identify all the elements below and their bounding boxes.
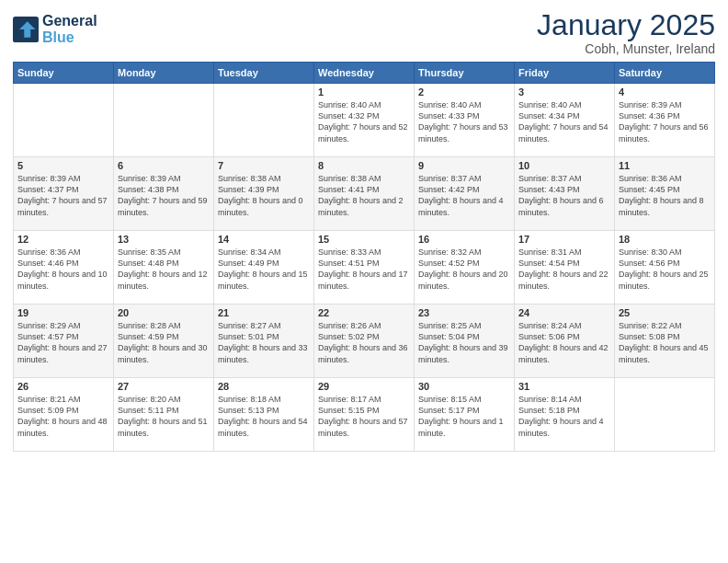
day-number: 10: [518, 160, 610, 171]
day-number: 11: [619, 160, 711, 171]
day-number: 3: [518, 86, 610, 98]
day-number: 28: [218, 381, 310, 392]
calendar-cell: [14, 84, 114, 157]
calendar-cell: 12Sunrise: 8:36 AM Sunset: 4:46 PM Dayli…: [14, 231, 114, 304]
calendar-cell: 24Sunrise: 8:24 AM Sunset: 5:06 PM Dayli…: [515, 304, 615, 378]
day-number: 4: [619, 86, 711, 98]
day-number: 19: [17, 307, 109, 318]
cell-content: Sunrise: 8:37 AM Sunset: 4:42 PM Dayligh…: [418, 173, 510, 218]
day-number: 13: [118, 234, 210, 245]
week-row-4: 19Sunrise: 8:29 AM Sunset: 4:57 PM Dayli…: [14, 304, 715, 378]
day-number: 23: [418, 307, 510, 318]
calendar-cell: 22Sunrise: 8:26 AM Sunset: 5:02 PM Dayli…: [314, 304, 415, 378]
day-number: 7: [218, 160, 310, 171]
weekday-header-saturday: Saturday: [615, 63, 715, 84]
calendar-cell: 21Sunrise: 8:27 AM Sunset: 5:01 PM Dayli…: [214, 304, 314, 378]
day-number: 2: [418, 86, 510, 98]
cell-content: Sunrise: 8:38 AM Sunset: 4:41 PM Dayligh…: [318, 173, 410, 218]
cell-content: Sunrise: 8:25 AM Sunset: 5:04 PM Dayligh…: [418, 320, 510, 365]
cell-content: Sunrise: 8:30 AM Sunset: 4:56 PM Dayligh…: [619, 247, 711, 292]
cell-content: Sunrise: 8:39 AM Sunset: 4:37 PM Dayligh…: [17, 173, 109, 218]
calendar-cell: 11Sunrise: 8:36 AM Sunset: 4:45 PM Dayli…: [615, 157, 715, 231]
cell-content: Sunrise: 8:32 AM Sunset: 4:52 PM Dayligh…: [418, 247, 510, 292]
calendar-cell: 6Sunrise: 8:39 AM Sunset: 4:38 PM Daylig…: [114, 157, 214, 231]
main-container: General Blue January 2025 Cobh, Munster,…: [0, 0, 728, 459]
calendar-cell: 28Sunrise: 8:18 AM Sunset: 5:13 PM Dayli…: [214, 378, 314, 452]
week-row-1: 1Sunrise: 8:40 AM Sunset: 4:32 PM Daylig…: [14, 84, 715, 157]
logo: General Blue: [13, 13, 97, 45]
day-number: 18: [619, 234, 711, 245]
calendar-cell: 4Sunrise: 8:39 AM Sunset: 4:36 PM Daylig…: [615, 84, 715, 157]
calendar-cell: 5Sunrise: 8:39 AM Sunset: 4:37 PM Daylig…: [14, 157, 114, 231]
calendar-cell: 7Sunrise: 8:38 AM Sunset: 4:39 PM Daylig…: [214, 157, 314, 231]
cell-content: Sunrise: 8:40 AM Sunset: 4:32 PM Dayligh…: [318, 99, 410, 144]
day-number: 26: [17, 381, 109, 392]
day-number: 8: [318, 160, 410, 171]
cell-content: Sunrise: 8:20 AM Sunset: 5:11 PM Dayligh…: [118, 394, 210, 439]
calendar-cell: 19Sunrise: 8:29 AM Sunset: 4:57 PM Dayli…: [14, 304, 114, 378]
day-number: 1: [318, 86, 410, 98]
calendar-cell: 9Sunrise: 8:37 AM Sunset: 4:42 PM Daylig…: [415, 157, 515, 231]
weekday-header-tuesday: Tuesday: [214, 63, 314, 84]
cell-content: Sunrise: 8:35 AM Sunset: 4:48 PM Dayligh…: [118, 247, 210, 292]
cell-content: Sunrise: 8:29 AM Sunset: 4:57 PM Dayligh…: [17, 320, 109, 365]
header: General Blue January 2025 Cobh, Munster,…: [13, 9, 715, 56]
weekday-header-monday: Monday: [114, 63, 214, 84]
calendar-cell: 25Sunrise: 8:22 AM Sunset: 5:08 PM Dayli…: [615, 304, 715, 378]
cell-content: Sunrise: 8:22 AM Sunset: 5:08 PM Dayligh…: [619, 320, 711, 365]
calendar-cell: 15Sunrise: 8:33 AM Sunset: 4:51 PM Dayli…: [314, 231, 415, 304]
weekday-header-wednesday: Wednesday: [314, 63, 415, 84]
cell-content: Sunrise: 8:14 AM Sunset: 5:18 PM Dayligh…: [518, 394, 610, 439]
cell-content: Sunrise: 8:18 AM Sunset: 5:13 PM Dayligh…: [218, 394, 310, 439]
day-number: 21: [218, 307, 310, 318]
cell-content: Sunrise: 8:40 AM Sunset: 4:34 PM Dayligh…: [518, 99, 610, 144]
day-number: 31: [518, 381, 610, 392]
calendar-cell: 26Sunrise: 8:21 AM Sunset: 5:09 PM Dayli…: [14, 378, 114, 452]
logo-icon: [13, 17, 39, 42]
cell-content: Sunrise: 8:15 AM Sunset: 5:17 PM Dayligh…: [418, 394, 510, 439]
day-number: 12: [17, 234, 109, 245]
calendar-table: SundayMondayTuesdayWednesdayThursdayFrid…: [13, 62, 715, 452]
weekday-header-sunday: Sunday: [14, 63, 114, 84]
day-number: 5: [17, 160, 109, 171]
calendar-cell: 29Sunrise: 8:17 AM Sunset: 5:15 PM Dayli…: [314, 378, 415, 452]
calendar-cell: 1Sunrise: 8:40 AM Sunset: 4:32 PM Daylig…: [314, 84, 415, 157]
cell-content: Sunrise: 8:17 AM Sunset: 5:15 PM Dayligh…: [318, 394, 410, 439]
day-number: 27: [118, 381, 210, 392]
day-number: 22: [318, 307, 410, 318]
cell-content: Sunrise: 8:24 AM Sunset: 5:06 PM Dayligh…: [518, 320, 610, 365]
cell-content: Sunrise: 8:36 AM Sunset: 4:45 PM Dayligh…: [619, 173, 711, 218]
week-row-3: 12Sunrise: 8:36 AM Sunset: 4:46 PM Dayli…: [14, 231, 715, 304]
calendar-cell: 10Sunrise: 8:37 AM Sunset: 4:43 PM Dayli…: [515, 157, 615, 231]
calendar-cell: 17Sunrise: 8:31 AM Sunset: 4:54 PM Dayli…: [515, 231, 615, 304]
week-row-5: 26Sunrise: 8:21 AM Sunset: 5:09 PM Dayli…: [14, 378, 715, 452]
calendar-cell: 31Sunrise: 8:14 AM Sunset: 5:18 PM Dayli…: [515, 378, 615, 452]
title-block: January 2025 Cobh, Munster, Ireland: [537, 9, 715, 56]
calendar-cell: [615, 378, 715, 452]
calendar-cell: 27Sunrise: 8:20 AM Sunset: 5:11 PM Dayli…: [114, 378, 214, 452]
calendar-cell: 14Sunrise: 8:34 AM Sunset: 4:49 PM Dayli…: [214, 231, 314, 304]
week-row-2: 5Sunrise: 8:39 AM Sunset: 4:37 PM Daylig…: [14, 157, 715, 231]
day-number: 17: [518, 234, 610, 245]
cell-content: Sunrise: 8:37 AM Sunset: 4:43 PM Dayligh…: [518, 173, 610, 218]
location: Cobh, Munster, Ireland: [537, 41, 715, 56]
cell-content: Sunrise: 8:28 AM Sunset: 4:59 PM Dayligh…: [118, 320, 210, 365]
calendar-cell: [114, 84, 214, 157]
cell-content: Sunrise: 8:39 AM Sunset: 4:36 PM Dayligh…: [619, 99, 711, 144]
day-number: 6: [118, 160, 210, 171]
calendar-cell: 16Sunrise: 8:32 AM Sunset: 4:52 PM Dayli…: [415, 231, 515, 304]
month-title: January 2025: [537, 9, 715, 41]
logo-text: General Blue: [42, 13, 97, 45]
cell-content: Sunrise: 8:26 AM Sunset: 5:02 PM Dayligh…: [318, 320, 410, 365]
calendar-cell: 13Sunrise: 8:35 AM Sunset: 4:48 PM Dayli…: [114, 231, 214, 304]
cell-content: Sunrise: 8:27 AM Sunset: 5:01 PM Dayligh…: [218, 320, 310, 365]
day-number: 30: [418, 381, 510, 392]
calendar-cell: 30Sunrise: 8:15 AM Sunset: 5:17 PM Dayli…: [415, 378, 515, 452]
calendar-cell: 20Sunrise: 8:28 AM Sunset: 4:59 PM Dayli…: [114, 304, 214, 378]
calendar-cell: 3Sunrise: 8:40 AM Sunset: 4:34 PM Daylig…: [515, 84, 615, 157]
day-number: 15: [318, 234, 410, 245]
calendar-cell: 2Sunrise: 8:40 AM Sunset: 4:33 PM Daylig…: [415, 84, 515, 157]
cell-content: Sunrise: 8:31 AM Sunset: 4:54 PM Dayligh…: [518, 247, 610, 292]
cell-content: Sunrise: 8:33 AM Sunset: 4:51 PM Dayligh…: [318, 247, 410, 292]
calendar-cell: 18Sunrise: 8:30 AM Sunset: 4:56 PM Dayli…: [615, 231, 715, 304]
